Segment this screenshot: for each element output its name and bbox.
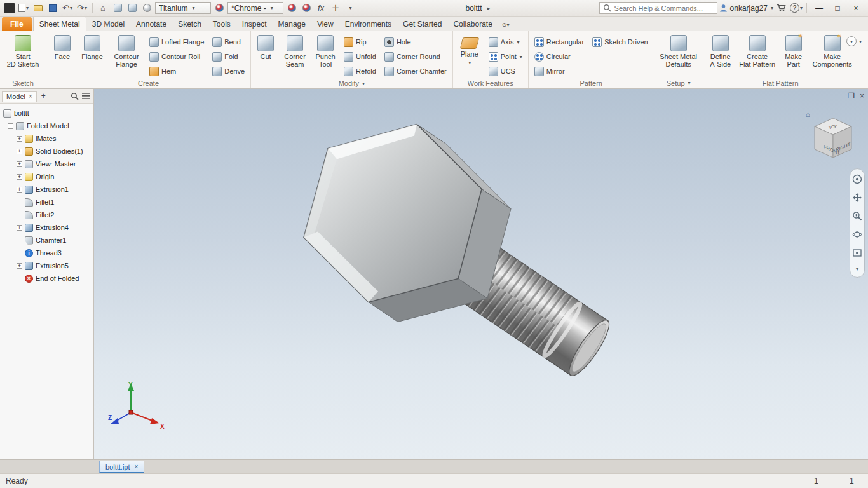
viewcube[interactable]: ⌂ TOP FRONT RIGHT bbox=[803, 109, 858, 168]
tab-file[interactable]: File bbox=[2, 17, 32, 31]
punch-tool-button[interactable]: PunchTool bbox=[313, 33, 338, 68]
point-button[interactable]: Point▾ bbox=[486, 50, 525, 64]
tree-item-root[interactable]: bolttt bbox=[0, 107, 93, 119]
face-button[interactable]: Face bbox=[50, 33, 75, 60]
tree-item-chamfer1[interactable]: Chamfer1 bbox=[0, 234, 93, 247]
color-wheel-icon[interactable] bbox=[285, 2, 298, 15]
mirror-button[interactable]: Mirror bbox=[532, 64, 587, 78]
appearance-sphere-icon[interactable] bbox=[213, 2, 226, 15]
full-navigation-wheel-icon[interactable] bbox=[852, 174, 862, 184]
tab-view[interactable]: View bbox=[311, 17, 339, 31]
expand-expander-icon[interactable] bbox=[17, 263, 22, 269]
tree-item-imates[interactable]: iMates bbox=[0, 132, 93, 145]
orbit-icon[interactable] bbox=[852, 229, 862, 240]
expand-expander-icon[interactable] bbox=[17, 161, 22, 167]
adjust-ball-icon[interactable] bbox=[300, 2, 313, 15]
tree-item-end-of-folded[interactable]: End of Folded bbox=[0, 272, 93, 285]
refold-button[interactable]: Refold bbox=[341, 64, 379, 78]
cart-button[interactable] bbox=[775, 2, 788, 15]
browser-search-button[interactable] bbox=[71, 92, 79, 100]
tab-sheet-metal[interactable]: Sheet Metal bbox=[33, 17, 86, 31]
tree-item-origin[interactable]: Origin bbox=[0, 170, 93, 183]
expand-expander-icon[interactable] bbox=[17, 225, 22, 231]
zoom-icon[interactable] bbox=[852, 211, 862, 221]
help-button[interactable]: ?▾ bbox=[790, 2, 803, 15]
expand-expander-icon[interactable] bbox=[17, 187, 22, 193]
appearance-select[interactable]: *Chrome - ▾ bbox=[227, 2, 283, 14]
corner-seam-button[interactable]: CornerSeam bbox=[280, 33, 309, 68]
tab-3d-model[interactable]: 3D Model bbox=[86, 17, 130, 31]
open-button[interactable] bbox=[32, 2, 44, 15]
update-button[interactable] bbox=[126, 2, 139, 15]
redo-button[interactable]: ↷▾ bbox=[76, 2, 88, 15]
corner-round-button[interactable]: Corner Round bbox=[382, 50, 449, 64]
hem-button[interactable]: Hem bbox=[147, 64, 207, 78]
new-file-button[interactable]: ▾ bbox=[17, 2, 30, 15]
navbar-more-icon[interactable]: ▾ bbox=[856, 266, 858, 272]
tree-item-solid-bodies[interactable]: Solid Bodies(1) bbox=[0, 145, 93, 158]
parameters-fx-button[interactable]: fx bbox=[315, 2, 327, 15]
add-browser-tab-button[interactable]: + bbox=[39, 92, 48, 100]
browser-tab-model[interactable]: Model × bbox=[2, 91, 37, 102]
hole-button[interactable]: Hole bbox=[382, 35, 449, 49]
tree-item-folded-model[interactable]: Folded Model bbox=[0, 119, 93, 132]
expand-expander-icon[interactable] bbox=[17, 136, 22, 142]
app-logo-icon[interactable] bbox=[4, 3, 15, 13]
close-icon[interactable]: × bbox=[29, 93, 32, 100]
qat-customize-button[interactable]: ▾ bbox=[344, 2, 356, 15]
define-a-side-button[interactable]: DefineA-Side bbox=[707, 33, 735, 68]
axis-button[interactable]: Axis▾ bbox=[486, 35, 525, 49]
tab-tools[interactable]: Tools bbox=[207, 17, 236, 31]
derive-button[interactable]: Derive bbox=[210, 64, 247, 78]
plane-button[interactable]: Plane▾ bbox=[456, 33, 483, 67]
close-icon[interactable]: × bbox=[135, 463, 139, 470]
unfold-button[interactable]: Unfold bbox=[341, 50, 379, 64]
pan-hand-icon[interactable] bbox=[852, 193, 862, 203]
fold-button[interactable]: Fold bbox=[210, 50, 247, 64]
viewcube-home-icon[interactable]: ⌂ bbox=[806, 111, 810, 118]
tree-item-thread3[interactable]: Thread3 bbox=[0, 247, 93, 259]
create-flat-pattern-button[interactable]: CreateFlat Pattern bbox=[738, 33, 777, 68]
home-view-button[interactable]: ⌂ bbox=[97, 2, 109, 15]
expand-expander-icon[interactable] bbox=[17, 174, 22, 180]
chevron-right-icon[interactable]: ▸ bbox=[487, 5, 491, 11]
restore-window-icon[interactable]: ❐ bbox=[848, 92, 855, 100]
make-part-button[interactable]: MakePart bbox=[780, 33, 807, 68]
tab-inspect[interactable]: Inspect bbox=[236, 17, 273, 31]
measure-button[interactable]: ✛ bbox=[329, 2, 342, 15]
rectangular-pattern-button[interactable]: Rectangular bbox=[532, 35, 587, 49]
undo-button[interactable]: ↶▾ bbox=[61, 2, 74, 15]
document-tab-bolttt[interactable]: bolttt.ipt × bbox=[99, 461, 144, 473]
close-button[interactable]: × bbox=[848, 2, 864, 15]
bolt-3d-model[interactable] bbox=[94, 89, 868, 459]
ribbon-collapse-button[interactable]: ▾ ▾ bbox=[846, 36, 862, 46]
rip-button[interactable]: Rip bbox=[341, 35, 379, 49]
minimize-button[interactable]: — bbox=[811, 2, 827, 15]
tab-manage[interactable]: Manage bbox=[273, 17, 311, 31]
user-menu[interactable]: onkarjag27 ▾ bbox=[719, 4, 773, 13]
tab-get-started[interactable]: Get Started bbox=[397, 17, 447, 31]
browser-menu-button[interactable] bbox=[82, 93, 90, 99]
sketch-driven-pattern-button[interactable]: Sketch Driven bbox=[590, 35, 650, 49]
tab-environments[interactable]: Environments bbox=[339, 17, 397, 31]
sketch-view-button[interactable] bbox=[111, 2, 124, 15]
lofted-flange-button[interactable]: Lofted Flange bbox=[147, 35, 207, 49]
expand-expander-icon[interactable] bbox=[17, 149, 22, 154]
bolt-head[interactable] bbox=[304, 125, 511, 322]
ribbon-display-options[interactable]: ⊙▾ bbox=[502, 22, 510, 31]
save-button[interactable] bbox=[46, 2, 59, 15]
close-window-icon[interactable]: × bbox=[860, 92, 864, 100]
look-at-icon[interactable] bbox=[852, 248, 862, 258]
cut-button[interactable]: Cut bbox=[254, 33, 277, 60]
panel-title-setup[interactable]: Setup▾ bbox=[658, 78, 700, 88]
ucs-button[interactable]: UCS bbox=[486, 64, 525, 78]
circular-pattern-button[interactable]: Circular bbox=[532, 50, 587, 64]
collapse-expander-icon[interactable] bbox=[8, 123, 13, 129]
maximize-button[interactable]: □ bbox=[829, 2, 846, 15]
help-search[interactable] bbox=[599, 2, 717, 14]
tree-item-fillet2[interactable]: Fillet2 bbox=[0, 208, 93, 221]
bend-button[interactable]: Bend bbox=[210, 35, 247, 49]
graphics-viewport[interactable]: ❐ × ⌂ TOP FRONT RIGHT bbox=[94, 89, 868, 459]
material-sphere-icon[interactable] bbox=[140, 2, 153, 15]
contour-roll-button[interactable]: Contour Roll bbox=[147, 50, 207, 64]
